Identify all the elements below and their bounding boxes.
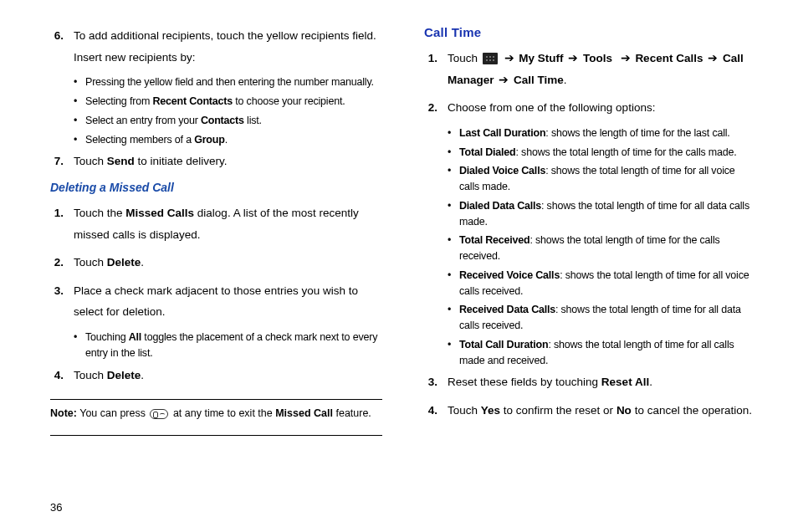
bullet-item: • Selecting members of a Group. [74, 132, 382, 148]
page-columns: 6. To add additional recipients, touch t… [50, 25, 756, 494]
bullet-text: Total Call Duration: shows the total len… [459, 337, 756, 369]
page-number: 36 [50, 501, 62, 514]
bullet-item: •Total Received: shows the total length … [448, 233, 756, 264]
bullet-text: Dialed Voice Calls: shows the total leng… [459, 163, 756, 195]
heading-call-time: Call Time [424, 25, 756, 39]
bullet-text: Dialed Data Calls: shows the total lengt… [459, 198, 756, 230]
bullet-item: • Selecting from Recent Contacts to choo… [74, 94, 382, 110]
bullet-item: •Received Voice Calls: shows the total l… [448, 268, 756, 299]
del-step-4: 4. Touch Delete. [50, 365, 382, 386]
step-text: Touch Yes to confirm the reset or No to … [448, 400, 756, 422]
divider [50, 399, 382, 400]
step-text: Touch Menu ➔ My Stuff ➔ Tools ➔ Recent C… [448, 48, 756, 90]
phone-icon [150, 409, 168, 419]
step-number: 1. [424, 48, 448, 90]
step-number: 2. [50, 252, 74, 274]
step-7: 7. Touch Send to initiate delivery. [50, 151, 382, 172]
step-text: To add additional recipients, touch the … [74, 25, 382, 68]
bullet-text: Selecting from Recent Contacts to choose… [85, 94, 382, 110]
right-column: Call Time 1. Touch Menu ➔ My Stuff ➔ Too… [424, 25, 756, 494]
ct-step-2: 2. Choose from one of the following opti… [424, 97, 756, 119]
step-text: Touch Send to initiate delivery. [74, 151, 382, 172]
bullet-item: •Dialed Data Calls: shows the total leng… [448, 198, 756, 230]
bullet-item: •Total Dialed: shows the total length of… [448, 145, 756, 161]
bullet-item: •Total Call Duration: shows the total le… [448, 337, 756, 369]
step-number: 7. [50, 151, 74, 172]
step-number: 3. [50, 280, 74, 323]
bullet-text: Selecting members of a Group. [85, 132, 382, 148]
bullet-item: •Dialed Voice Calls: shows the total len… [448, 163, 756, 195]
bullet-item: • Pressing the yellow field and then ent… [74, 74, 382, 90]
step-number: 4. [50, 365, 74, 386]
bullet-item: • Touching All toggles the placement of … [74, 330, 382, 361]
step-number: 3. [424, 371, 448, 393]
step-text: Choose from one of the following options… [448, 97, 756, 119]
left-column: 6. To add additional recipients, touch t… [50, 25, 382, 494]
del-step-3: 3. Place a check mark adjacent to those … [50, 280, 382, 323]
heading-deleting: Deleting a Missed Call [50, 181, 382, 194]
step-number: 2. [424, 97, 448, 119]
step-text: Reset these fields by touching Reset All… [448, 371, 756, 393]
step-6: 6. To add additional recipients, touch t… [50, 25, 382, 68]
note-text: Note: You can press at any time to exit … [50, 405, 382, 422]
ct-step-3: 3. Reset these fields by touching Reset … [424, 371, 756, 393]
bullet-text: Received Voice Calls: shows the total le… [459, 268, 756, 299]
step-text: Touch Delete. [74, 365, 382, 386]
bullet-item: • Select an entry from your Contacts lis… [74, 113, 382, 129]
bullet-text: Select an entry from your Contacts list. [85, 113, 382, 129]
bullet-text: Total Dialed: shows the total length of … [459, 145, 756, 161]
step-number: 1. [50, 202, 74, 245]
step-number: 6. [50, 25, 74, 68]
step-text: Touch the Missed Calls dialog. A list of… [74, 202, 382, 245]
step-text: Place a check mark adjacent to those ent… [74, 280, 382, 323]
step-number: 4. [424, 400, 448, 422]
bullet-item: •Received Data Calls: shows the total le… [448, 302, 756, 334]
ct-step-1: 1. Touch Menu ➔ My Stuff ➔ Tools ➔ Recen… [424, 48, 756, 90]
bullet-item: •Last Call Duration: shows the length of… [448, 125, 756, 141]
ct-step-4: 4. Touch Yes to confirm the reset or No … [424, 400, 756, 422]
del-step-1: 1. Touch the Missed Calls dialog. A list… [50, 202, 382, 245]
bullet-text: Total Received: shows the total length o… [459, 233, 756, 264]
bullet-text: Pressing the yellow field and then enter… [85, 74, 382, 90]
bullet-text: Received Data Calls: shows the total len… [459, 302, 756, 334]
del-step-2: 2. Touch Delete. [50, 252, 382, 274]
step-text: Touch Delete. [74, 252, 382, 274]
bullet-text: Last Call Duration: shows the length of … [459, 125, 756, 141]
menu-icon: Menu [483, 53, 498, 64]
bullet-text: Touching All toggles the placement of a … [85, 330, 382, 361]
divider [50, 435, 382, 436]
